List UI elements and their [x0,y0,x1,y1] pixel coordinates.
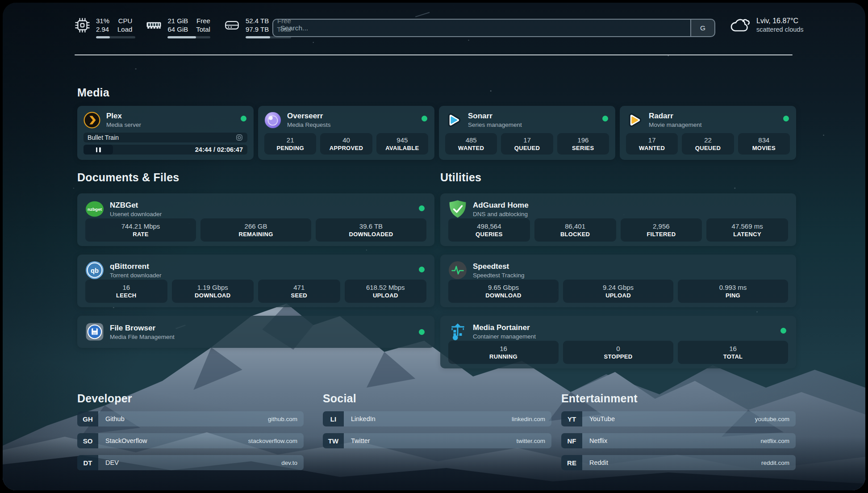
now-playing-title: Bullet Train [88,134,235,141]
svg-text:qb: qb [91,267,99,274]
stat-value: 834 [758,136,769,144]
cloud-icon [729,16,751,34]
bookmark-github[interactable]: GH Github github.com [77,411,304,426]
search-input[interactable] [273,20,690,36]
stat-box: 1.19 Gbps DOWNLOAD [172,280,254,303]
settings-icon[interactable] [235,134,243,142]
status-dot [419,329,425,335]
filebrowser-card[interactable]: File Browser Media File Management [77,316,434,348]
stat-label: REMAINING [238,231,273,238]
portainer-card[interactable]: Media Portainer Container management 16 … [440,316,796,368]
stat-value: 498,564 [477,222,501,230]
stat-box: 834 MOVIES [738,133,790,155]
memory-total-value: 64 GiB [167,25,188,33]
stat-value: 618.52 Mbps [366,284,405,291]
sonarr-card[interactable]: Sonarr Series management 485 WANTED 17 Q… [439,106,615,160]
nzbget-card[interactable]: nzbget NZBGet Usenet downloader 744.21 M… [77,193,434,246]
service-name: Speedtest [473,262,525,272]
service-subtitle: Media server [106,121,141,129]
memory-widget: 21 GiB 64 GiB Free Total [146,17,210,38]
service-subtitle: Container management [473,333,536,340]
stat-value: 16 [729,345,737,352]
social-bookmarks: LI LinkedIn linkedin.com TW Twitter twit… [323,411,551,455]
overseerr-card[interactable]: Overseerr Media Requests 21 PENDING 40 A… [258,106,434,160]
radarr-card[interactable]: Radarr Movie management 17 WANTED 22 QUE… [620,106,796,160]
topbar-divider [75,54,793,55]
service-name: Plex [106,111,141,121]
stat-label: DOWNLOADED [349,231,393,238]
stat-label: QUERIES [476,231,503,238]
stat-box: 471 SEED [258,280,340,303]
stat-box: 485 WANTED [445,133,497,155]
stat-box: 744.21 Mbps RATE [85,218,196,242]
bookmark-domain: stackoverflow.com [248,438,297,444]
search-engine-button[interactable]: G [690,20,714,36]
stat-label: UPLOAD [373,292,398,299]
bookmark-reddit[interactable]: RE Reddit reddit.com [561,455,796,470]
stat-value: 17 [523,136,531,144]
section-title-documents: Documents & Files [77,171,179,184]
bookmark-twitter[interactable]: TW Twitter twitter.com [323,433,551,448]
portainer-icon [448,322,467,341]
bookmark-stackoverflow[interactable]: SO StackOverflow stackoverflow.com [77,433,304,448]
cpu-usage-bar [96,36,135,38]
stat-label: WANTED [639,145,665,151]
disk-total-value: 97.9 TB [246,25,269,33]
bookmark-youtube[interactable]: YT YouTube youtube.com [561,411,796,426]
bookmark-abbr: YT [561,411,582,426]
bookmark-domain: github.com [268,416,297,422]
pause-button[interactable] [83,145,113,155]
stat-value: 744.21 Mbps [121,222,160,230]
stat-value: 945 [396,136,408,144]
stat-value: 0.993 ms [719,284,747,291]
stat-box: 2,956 FILTERED [621,218,702,242]
bookmark-abbr: RE [561,455,582,470]
qbittorrent-icon: qb [85,261,104,280]
service-subtitle: Media File Management [110,333,175,341]
bookmark-domain: reddit.com [761,460,789,466]
bookmark-name: Github [105,415,125,422]
stat-value: 2,956 [653,222,670,230]
overseerr-icon [264,112,281,129]
filebrowser-icon [85,322,104,341]
speedtest-card[interactable]: Speedtest Speedtest Tracking 9.65 Gbps D… [440,255,796,307]
section-title-social: Social [323,392,356,405]
service-subtitle: Media Requests [287,121,331,129]
stat-value: 1.19 Gbps [197,284,228,291]
stat-label: LATENCY [733,231,761,238]
speedtest-icon [448,261,467,280]
entertainment-bookmarks: YT YouTube youtube.com NF Netflix netfli… [561,411,796,477]
bookmark-linkedin[interactable]: LI LinkedIn linkedin.com [323,411,551,426]
bookmark-abbr: DT [77,455,98,470]
plex-card[interactable]: Plex Media server Bullet Train [77,106,254,160]
developer-bookmarks: GH Github github.com SO StackOverflow st… [77,411,304,477]
stat-value: 266 GB [245,222,267,230]
bookmark-dev[interactable]: DT DEV dev.to [77,455,304,470]
bookmark-domain: twitter.com [516,438,545,444]
stat-value: 21 [287,136,294,144]
stat-box: 0.993 ms PING [678,280,788,303]
bookmark-name: LinkedIn [351,415,376,422]
bookmark-netflix[interactable]: NF Netflix netflix.com [561,433,796,448]
service-subtitle: Speedtest Tracking [473,272,525,279]
status-dot [421,116,427,121]
dashboard-screen: 31% 2.94 CPU Load [3,3,865,490]
cpu-widget: 31% 2.94 CPU Load [74,17,132,38]
bookmark-abbr: TW [323,433,344,448]
load-label: Load [117,25,132,33]
stat-value: 40 [342,136,350,144]
stat-label: DOWNLOAD [195,292,230,299]
memory-free-label: Free [196,17,210,25]
stat-box: 17 WANTED [626,133,678,155]
stat-label: QUEUED [514,145,540,151]
section-title-utilities: Utilities [440,171,481,184]
section-title-media: Media [77,86,109,99]
stat-label: STOPPED [604,353,633,360]
adguard-card[interactable]: AdGuard Home DNS and adblocking 498,564 … [440,193,796,246]
qbittorrent-card[interactable]: qb qBittorrent Torrent downloader 16 LEE… [77,255,434,307]
stat-label: SEED [291,292,307,299]
status-dot [241,116,246,121]
stat-box: 498,564 QUERIES [448,218,530,242]
stat-box: 39.6 TB DOWNLOADED [316,218,426,242]
service-subtitle: Usenet downloader [110,210,162,218]
